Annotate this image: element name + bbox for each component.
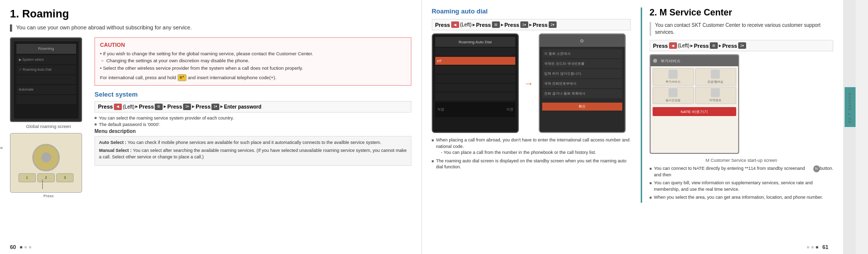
mscreen-icon-1 [669, 70, 677, 79]
mscreen-icon-2 [711, 70, 720, 79]
arrow-between-screens: → [524, 78, 534, 89]
key-row: 1 2 3 [18, 173, 74, 182]
key-2: 2 [37, 173, 55, 182]
mscreen-item-3: 실시간상담 [653, 87, 694, 104]
page-num-left: 60 [10, 244, 16, 250]
dot-row-left [20, 246, 31, 249]
mscreen-item-2: 요금/멤버십 [695, 68, 736, 86]
m-arrow-2: ▶ [719, 44, 721, 48]
screen1-title: Roaming Auto Dial [435, 37, 515, 47]
m-service-screen: 부가서비스 부가서비스 요금/멤버십 실시간상담 [650, 54, 739, 154]
dot-r-3 [816, 246, 818, 249]
screen1-item-ht: HT [435, 57, 515, 65]
hold-button: 0⁺ [178, 74, 187, 81]
phone-images: Roaming ▶ System select ✓ Roaming Auto D… [10, 37, 87, 198]
nav-circle [32, 144, 60, 171]
mscreen-label-3: 실시간상담 [666, 98, 680, 103]
arrow-4: ▶ [220, 105, 223, 109]
screen2-item-4: 국제 전화번호부에서 [542, 79, 622, 88]
m-service-subtitle-box: You can contact SKT Customer Center to r… [650, 22, 834, 36]
roaming-btn-2: 2▾ [549, 21, 557, 28]
dot-row-right [807, 246, 818, 249]
screen2-header-text: ⊙ [580, 38, 584, 43]
mscreen-item-1: 부가서비스 [653, 68, 694, 86]
caution-item-2: － Changing the settings at your own disc… [100, 57, 406, 64]
screen-inner: Roaming ▶ System select ✓ Roaming Auto D… [14, 41, 79, 119]
col-roaming: Roaming auto dial Press ◀ (Left) ▶ Press… [432, 7, 631, 203]
caution-item-3: • Select the other wireless service prov… [100, 65, 406, 72]
mscreen-label-1: 부가서비스 [666, 80, 680, 84]
page-num-right: 61 [822, 244, 828, 250]
m-note-2: You can query bill, view information on … [650, 180, 834, 192]
m-note-3: When you select the area, you can get ar… [650, 194, 834, 201]
screen-item-4: Automate [16, 85, 76, 94]
btn-1b: 1▾ [211, 104, 219, 110]
caution-title: CAUTION [100, 42, 406, 48]
screen1-item-5 [435, 93, 515, 101]
nav-wrap [32, 144, 60, 171]
dot-r-2 [811, 246, 814, 249]
screen2-item-5: 전화 걸거나 통화 목록에서 [542, 89, 622, 98]
menu-desc-box: Auto Select : You can check if mobile ph… [95, 136, 411, 166]
arrow-3: ▶ [192, 105, 194, 109]
m-service-subtitle: You can contact SKT Customer Center to r… [655, 22, 834, 36]
roaming-press-1: Press [435, 22, 450, 28]
roaming-btn-menu: ⊞ [492, 21, 500, 28]
col-mservice: 2. M Service Center You can contact SKT … [641, 7, 834, 203]
m-note-1: You can connect to NATE directly by ente… [650, 165, 834, 178]
arrow-2: ▶ [164, 105, 166, 109]
screen2-item-2: 국제번 코드와 국내번호를 [542, 59, 622, 68]
roaming-left-btn: ◀ [451, 21, 459, 28]
menu-item-manual: Manual Select : You can select after sea… [99, 147, 407, 160]
mscreen-label-2: 요금/멤버십 [707, 80, 723, 84]
m-service-title: 2. M Service Center [650, 7, 834, 18]
screen1-nav-bar: 저장 이전 [435, 102, 515, 117]
m-service-press-seq: Press ◀ (Left) ▶ Press ⊞ ▶ Press 2▾ [650, 40, 834, 51]
header-dot [653, 59, 657, 63]
two-column: Roaming auto dial Press ◀ (Left) ▶ Press… [432, 7, 834, 203]
enter-password-label: Enter password [224, 104, 261, 110]
screen-header: Roaming [16, 44, 76, 54]
btn-menu: ⊞ [155, 104, 163, 110]
side-tab-label: 04 T Service [847, 92, 852, 123]
side-tab: 04 T Service [843, 0, 856, 254]
roaming-notes: When placing a call from abroad, you don… [432, 137, 631, 170]
screen-item-1: ▶ System select [16, 55, 76, 64]
auto-select-label: Auto Select : [99, 140, 128, 145]
dot-r-1 [807, 246, 809, 249]
nav-center [41, 152, 51, 162]
mscreen-body: 부가서비스 요금/멤버십 실시간상담 지역정보 [651, 66, 738, 106]
note-1: You can select the roaming service syste… [95, 116, 411, 121]
m-left-label: (Left) [678, 43, 689, 48]
menu-item-auto: Auto Select : You can check if mobile ph… [99, 139, 407, 146]
mscreen-icon-4 [711, 88, 720, 97]
screen1-content: Roaming Auto Dial HT 저장 이전 [433, 34, 518, 120]
footer-right: 61 [807, 244, 828, 250]
screen-caption: Global roaming screen [10, 124, 87, 129]
screen2-body: 이 통화 소문에서 국제번 코드와 국내번호를 입력 하지 않아도됩니다. 국제… [540, 47, 625, 102]
section-right: Roaming auto dial Press ◀ (Left) ▶ Press… [422, 0, 844, 254]
dot-1 [20, 246, 22, 249]
mscreen-header: 부가서비스 [651, 55, 738, 66]
section-subtitle-roaming: You can use your own phone abroad withou… [10, 24, 411, 31]
global-roaming-screen: Roaming ▶ System select ✓ Roaming Auto D… [10, 37, 82, 122]
roaming-left-label: (Left) [460, 22, 472, 27]
roaming-screen-2: ⊙ 이 통화 소문에서 국제번 코드와 국내번호를 입력 하지 않아도됩니다. … [539, 33, 626, 133]
caution-note: For international call, press and hold 0… [100, 74, 406, 81]
right-content-left: CAUTION • If you wish to change the sett… [95, 37, 411, 198]
section-title-roaming: 1. Roaming [10, 7, 411, 20]
roaming-arrow-2: ▶ [501, 23, 503, 27]
mscreen-caption: M Customer Service start-up screen [650, 158, 834, 163]
btn-1a: 1▾ [183, 104, 191, 110]
m-arrow-1: ▶ [690, 44, 693, 48]
mscreen-header-label: 부가서비스 [661, 58, 680, 64]
m-btn-menu: ⊞ [710, 42, 718, 49]
menu-desc-title: Menu description [95, 128, 411, 134]
roaming-press-4: Press [533, 22, 548, 28]
caution-item-1: • If you wish to change the setting for … [100, 50, 406, 57]
m-press-2: Press [694, 43, 709, 49]
caution-box: CAUTION • If you wish to change the sett… [95, 37, 411, 86]
roaming-arrow-1: ▶ [473, 23, 475, 27]
m-left-btn: ◀ [669, 42, 677, 49]
screen2-item-1: 이 통화 소문에서 [542, 49, 622, 58]
